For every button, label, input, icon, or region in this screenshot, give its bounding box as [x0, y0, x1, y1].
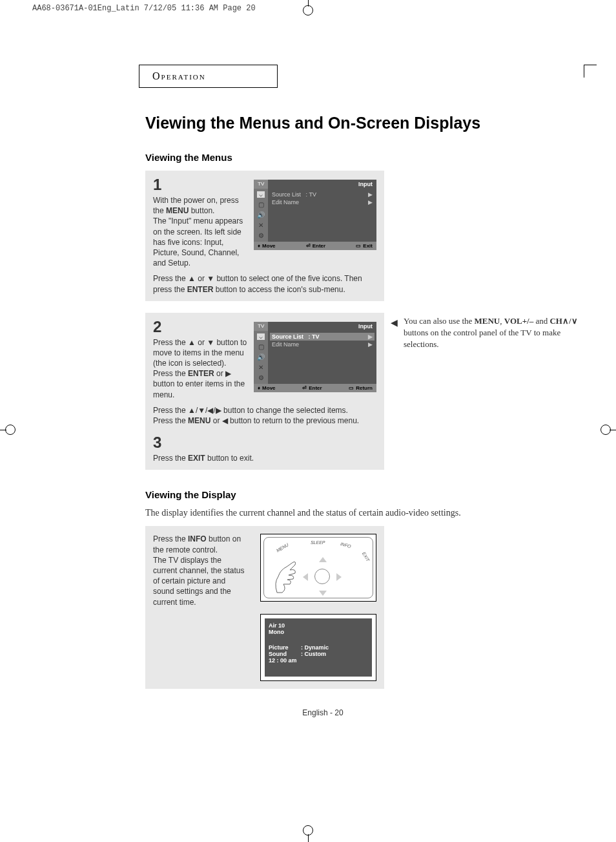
osd-move: ♦ Move: [258, 243, 276, 249]
osd-tv-label: TV: [254, 322, 268, 331]
hand-icon: [271, 557, 303, 596]
osd-source-value: : TV: [309, 333, 320, 340]
info-sound-v: : Custom: [301, 651, 326, 657]
osd-source-label: Source List: [272, 191, 301, 198]
side-note: ◀ You can also use the MENU, VOL+/– and …: [404, 315, 578, 351]
channel-icon: ✕: [257, 222, 265, 229]
step-2-t2-pre: Press the: [153, 369, 188, 378]
input-icon: ⌵: [257, 333, 265, 340]
remote-exit-label: EXIT: [362, 551, 371, 562]
step-3-post: button to exit.: [205, 454, 254, 463]
arrow-icon: ▶: [368, 341, 373, 348]
remote-illustration: MENU SLEEP INFO EXIT: [260, 534, 376, 602]
osd-line-edit: Edit Name ▶: [272, 341, 373, 348]
page-title: Viewing the Menus and On-Screen Displays: [145, 114, 584, 132]
osd-exit: ▭ Exit: [356, 243, 373, 249]
sound-icon: 🔊: [257, 354, 265, 361]
info-sound-k: Sound: [269, 651, 301, 657]
subheading-viewing-display: Viewing the Display: [145, 489, 584, 500]
input-icon: ⌵: [257, 191, 265, 198]
remote-sleep-label: SLEEP: [311, 540, 325, 545]
osd-menu-1: TV Input ⌵ ▢ 🔊 ✕ ⚙ Source List : TV: [254, 180, 376, 250]
setup-icon: ⚙: [257, 375, 265, 381]
osd-menu-2: TV Input ⌵ ▢ 🔊 ✕ ⚙ Source: [254, 322, 376, 392]
corner-mark: [584, 65, 597, 78]
osd-enter: ⏎ Enter: [306, 243, 325, 249]
sn-ch: CH: [549, 316, 562, 326]
info-step-post: button on the remote control. The TV dis…: [153, 534, 244, 606]
page-number: English - 20: [61, 708, 584, 717]
crop-mark-top: [302, 0, 314, 13]
dpad-up-icon: [319, 557, 327, 562]
enter-bold: ENTER: [187, 285, 214, 294]
arrow-icon: ▶: [368, 333, 373, 340]
osd-source-label: Source List: [272, 333, 303, 340]
remote-info-label: INFO: [340, 542, 351, 549]
info-bold: INFO: [188, 534, 207, 543]
sn-chs: ∧/∨: [562, 316, 578, 326]
step-1-box: 1 With the power on, press the MENU butt…: [145, 171, 384, 301]
osd-tv-label: TV: [254, 180, 268, 189]
dpad-down-icon: [319, 591, 327, 596]
display-description: The display identifies the current chann…: [145, 508, 584, 518]
menu-bold-2: MENU: [188, 416, 210, 425]
step-1-below-post: button to access the icon's sub-menu.: [213, 285, 345, 294]
osd-icon-column: ⌵ ▢ 🔊 ✕ ⚙: [254, 331, 268, 384]
menu-bold: MENU: [166, 206, 189, 215]
arrow-icon: ▶: [368, 199, 373, 205]
info-osd: Air 10 Mono Picture: Dynamic Sound: Cust…: [260, 614, 376, 681]
print-header: AA68-03671A-01Eng_Latin 7/12/05 11:36 AM…: [32, 4, 256, 13]
crop-mark-left: [0, 420, 19, 439]
remote-menu-label: MENU: [276, 543, 289, 553]
info-picture-v: : Dynamic: [301, 644, 329, 651]
channel-icon: ✕: [257, 364, 265, 371]
osd-line-source-selected: Source List : TV ▶: [270, 333, 375, 341]
step-2-t4-pre: Press the: [153, 416, 188, 425]
osd-return: ▭ Return: [349, 385, 373, 391]
sn-pre: You can also use the: [404, 316, 475, 326]
info-picture-k: Picture: [269, 644, 301, 651]
sn-m2: and: [533, 316, 549, 326]
dpad-left-icon: [303, 573, 308, 581]
step-1-text-post: button. The "Input" menu appears on the …: [153, 206, 243, 268]
osd-move: ♦ Move: [258, 385, 276, 391]
sound-icon: 🔊: [257, 212, 265, 218]
osd-enter: ⏎ Enter: [302, 385, 322, 391]
step-1-number: 1: [153, 177, 247, 193]
info-audio: Mono: [269, 629, 368, 635]
info-box: Press the INFO button on the remote cont…: [145, 526, 384, 688]
step-2-t1: Press the ▲ or ▼ button to move to items…: [153, 338, 247, 368]
triangle-left-icon: ◀: [391, 317, 398, 330]
info-step-pre: Press the: [153, 534, 188, 543]
sn-vol: VOL+/–: [504, 316, 533, 326]
step-2-box: 2 Press the ▲ or ▼ button to move to ite…: [145, 313, 384, 470]
step-2-t3: Press the ▲/▼/◀/▶ button to change the s…: [153, 406, 348, 415]
step-2-t4-post: or ◀ button to return to the previous me…: [210, 416, 359, 425]
osd-title: Input: [268, 180, 376, 189]
step-2-number: 2: [153, 319, 247, 335]
sn-menu: MENU: [475, 316, 500, 326]
dpad-center-icon: [314, 569, 330, 584]
sn-post: buttons on the control panel of the TV t…: [404, 328, 560, 349]
osd-edit-label: Edit Name: [272, 341, 299, 348]
enter-bold-2: ENTER: [188, 369, 214, 378]
osd-title: Input: [268, 322, 376, 331]
arrow-icon: ▶: [368, 191, 373, 198]
dpad-right-icon: [336, 573, 342, 581]
osd-source-value: : TV: [306, 191, 316, 198]
subheading-viewing-menus: Viewing the Menus: [145, 152, 584, 163]
osd-edit-label: Edit Name: [272, 199, 299, 205]
osd-icon-column: ⌵ ▢ 🔊 ✕ ⚙: [254, 189, 268, 242]
osd-line-edit: Edit Name ▶: [272, 198, 373, 206]
setup-icon: ⚙: [257, 233, 265, 239]
crop-mark-right: [597, 420, 616, 439]
info-channel: Air 10: [269, 622, 368, 629]
exit-bold: EXIT: [188, 454, 205, 463]
remote-dpad: [303, 557, 342, 596]
step-3-number: 3: [153, 435, 376, 450]
picture-icon: ▢: [257, 202, 265, 208]
section-tab: Operation: [139, 65, 278, 88]
crop-mark-bottom: [302, 816, 314, 842]
osd-line-source: Source List : TV ▶: [272, 191, 373, 198]
info-time: 12 : 00 am: [269, 657, 368, 664]
